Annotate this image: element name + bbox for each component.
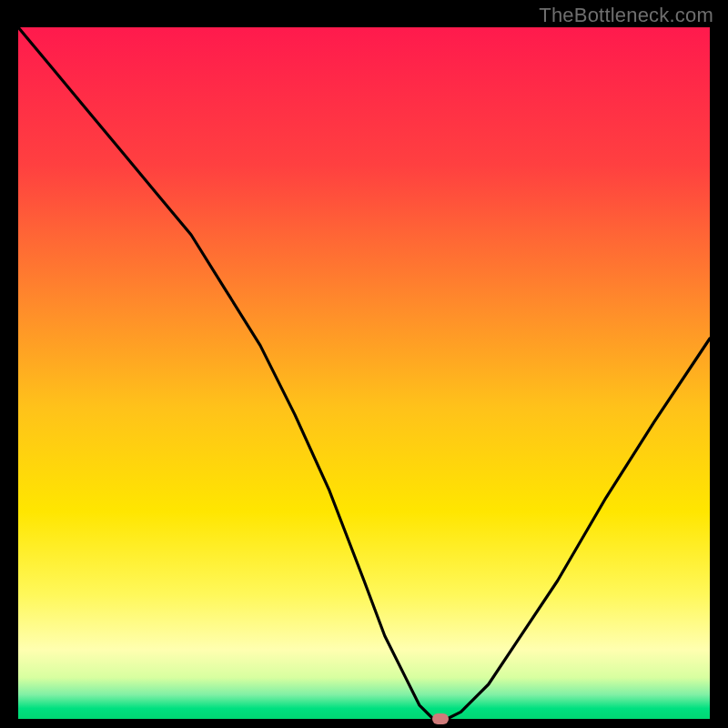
- plot-area: [18, 27, 710, 719]
- watermark-text: TheBottleneck.com: [539, 4, 713, 27]
- optimal-point-marker: [432, 713, 449, 724]
- chart-frame: TheBottleneck.com: [0, 0, 728, 728]
- bottleneck-curve: [18, 27, 710, 719]
